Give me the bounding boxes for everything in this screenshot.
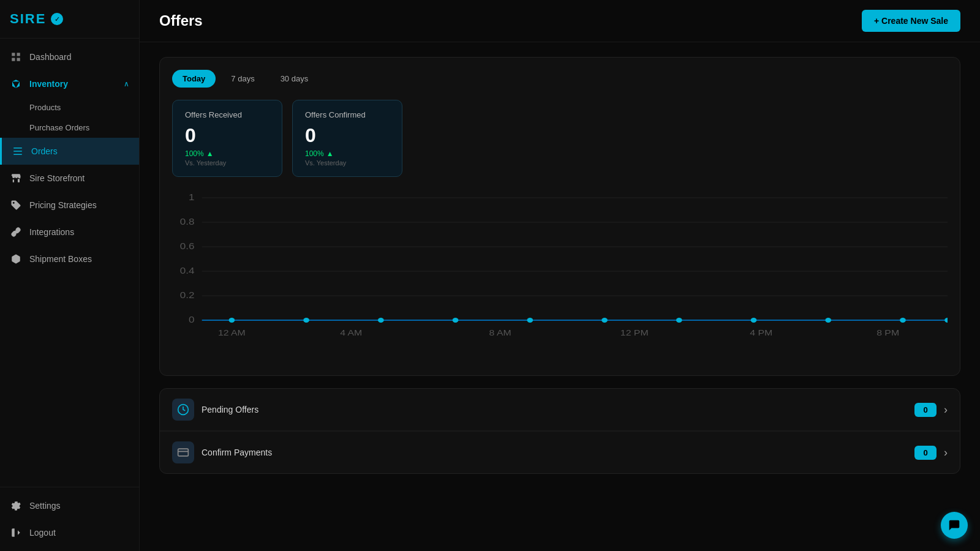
- svg-text:0.4: 0.4: [180, 266, 195, 275]
- sidebar-item-label-integrations: Integrations: [29, 227, 129, 237]
- arrow-up-icon-confirmed: ▲: [326, 149, 334, 158]
- sidebar-item-label-logout: Logout: [29, 528, 129, 538]
- tag-icon: [10, 199, 22, 211]
- box-icon: [10, 78, 22, 90]
- stat-change-confirmed: 100% ▲: [305, 149, 390, 158]
- sidebar-nav: Dashboard Inventory ∧ Products Purchase …: [0, 39, 139, 487]
- svg-point-19: [676, 318, 682, 323]
- confirm-payments-arrow[interactable]: ›: [944, 446, 948, 459]
- svg-text:0.2: 0.2: [180, 290, 195, 299]
- stat-value-received: 0: [185, 124, 270, 147]
- sidebar-item-label-settings: Settings: [29, 501, 129, 511]
- svg-point-17: [527, 318, 533, 323]
- offers-chart: 1 0.8 0.6 0.4 0.2 0: [172, 192, 948, 363]
- svg-text:0.6: 0.6: [180, 241, 195, 250]
- svg-text:12 PM: 12 PM: [620, 328, 649, 337]
- confirm-payments-icon-container: [172, 441, 194, 463]
- package-icon: [10, 253, 22, 265]
- sidebar-item-products[interactable]: Products: [29, 97, 139, 118]
- sidebar-item-orders[interactable]: Orders: [0, 138, 139, 165]
- tab-30days[interactable]: 30 days: [270, 70, 319, 88]
- offers-chart-card: Today 7 days 30 days Offers Received 0 1…: [159, 57, 960, 376]
- pending-offers-icon-container: [172, 399, 194, 421]
- sidebar-item-inventory[interactable]: Inventory ∧: [0, 70, 139, 97]
- svg-point-18: [601, 318, 608, 323]
- tab-today[interactable]: Today: [172, 70, 216, 88]
- svg-point-21: [825, 318, 831, 323]
- svg-text:8 PM: 8 PM: [876, 328, 899, 337]
- stat-vs-received: Vs. Yesterday: [185, 159, 270, 167]
- sidebar-item-label-sire-storefront: Sire Storefront: [29, 173, 129, 183]
- stat-card-confirmed: Offers Confirmed 0 100% ▲ Vs. Yesterday: [292, 100, 402, 177]
- logo-text: SIRE: [10, 11, 46, 27]
- link-icon: [10, 226, 22, 238]
- clock-icon: [177, 403, 189, 416]
- stat-value-confirmed: 0: [305, 124, 390, 147]
- logo-check-icon: ✓: [51, 13, 63, 25]
- stat-vs-confirmed: Vs. Yesterday: [305, 159, 390, 167]
- sidebar-item-label-pricing-strategies: Pricing Strategies: [29, 200, 129, 210]
- credit-card-icon: [177, 446, 189, 459]
- chat-icon: [948, 519, 961, 532]
- chevron-down-icon: ∧: [124, 80, 129, 88]
- sidebar-item-label-inventory: Inventory: [29, 79, 116, 89]
- svg-text:12 AM: 12 AM: [218, 328, 246, 337]
- bottom-action-card: Pending Offers 0 › Confirm Payments 0 ›: [159, 388, 960, 474]
- sidebar: SIRE ✓ Dashboard Inventory ∧ Products Pu…: [0, 0, 140, 551]
- sidebar-item-purchase-orders[interactable]: Purchase Orders: [29, 118, 139, 138]
- svg-point-15: [378, 318, 384, 323]
- svg-point-23: [944, 318, 948, 323]
- sidebar-item-settings[interactable]: Settings: [0, 492, 139, 519]
- sidebar-item-sire-storefront[interactable]: Sire Storefront: [0, 165, 139, 192]
- settings-icon: [10, 500, 22, 512]
- svg-point-22: [900, 318, 906, 323]
- svg-text:4 PM: 4 PM: [750, 328, 772, 337]
- create-new-sale-button[interactable]: + Create New Sale: [862, 10, 960, 32]
- confirm-payments-row: Confirm Payments 0 ›: [160, 432, 960, 473]
- svg-rect-31: [178, 449, 189, 456]
- svg-text:0: 0: [189, 315, 195, 324]
- main-scrollable: Today 7 days 30 days Offers Received 0 1…: [140, 42, 980, 551]
- sidebar-subnav-inventory: Products Purchase Orders: [0, 97, 139, 138]
- sidebar-item-integrations[interactable]: Integrations: [0, 219, 139, 246]
- pending-offers-count: 0: [914, 403, 937, 417]
- sidebar-item-label-purchase-orders: Purchase Orders: [29, 123, 89, 132]
- stat-change-percent-confirmed: 100%: [305, 149, 324, 158]
- grid-icon: [10, 51, 22, 63]
- page-title: Offers: [159, 12, 203, 29]
- svg-point-14: [303, 318, 309, 323]
- stats-row: Offers Received 0 100% ▲ Vs. Yesterday O…: [172, 100, 948, 177]
- svg-text:4 AM: 4 AM: [340, 328, 362, 337]
- tab-7days[interactable]: 7 days: [221, 70, 265, 88]
- sidebar-item-label-orders: Orders: [31, 146, 129, 156]
- main-header: Offers + Create New Sale: [140, 0, 980, 42]
- main-content-area: Offers + Create New Sale Today 7 days 30…: [140, 0, 980, 551]
- sidebar-logo: SIRE ✓: [0, 0, 139, 39]
- stat-change-received: 100% ▲: [185, 149, 270, 158]
- stat-label-confirmed: Offers Confirmed: [305, 110, 390, 119]
- sidebar-item-pricing-strategies[interactable]: Pricing Strategies: [0, 192, 139, 219]
- svg-text:8 AM: 8 AM: [489, 328, 511, 337]
- sidebar-item-logout[interactable]: Logout: [0, 519, 139, 546]
- stat-card-received: Offers Received 0 100% ▲ Vs. Yesterday: [172, 100, 282, 177]
- stat-label-received: Offers Received: [185, 110, 270, 119]
- svg-point-20: [751, 318, 757, 323]
- sidebar-item-dashboard[interactable]: Dashboard: [0, 43, 139, 70]
- logout-icon: [10, 527, 22, 539]
- sidebar-item-label-dashboard: Dashboard: [29, 52, 129, 62]
- svg-text:0.8: 0.8: [180, 217, 195, 226]
- time-tabs: Today 7 days 30 days: [172, 70, 948, 88]
- arrow-up-icon-received: ▲: [206, 149, 214, 158]
- chat-bubble-button[interactable]: [941, 512, 968, 539]
- pending-offers-arrow[interactable]: ›: [944, 403, 948, 416]
- pending-offers-label: Pending Offers: [202, 405, 914, 414]
- svg-point-13: [229, 318, 235, 323]
- confirm-payments-count: 0: [914, 446, 937, 460]
- stat-change-percent-received: 100%: [185, 149, 204, 158]
- pending-offers-row: Pending Offers 0 ›: [160, 389, 960, 431]
- chart-svg: 1 0.8 0.6 0.4 0.2 0: [172, 192, 948, 339]
- sidebar-bottom: Settings Logout: [0, 487, 139, 551]
- store-icon: [10, 172, 22, 184]
- sidebar-item-shipment-boxes[interactable]: Shipment Boxes: [0, 246, 139, 272]
- svg-text:1: 1: [189, 192, 194, 201]
